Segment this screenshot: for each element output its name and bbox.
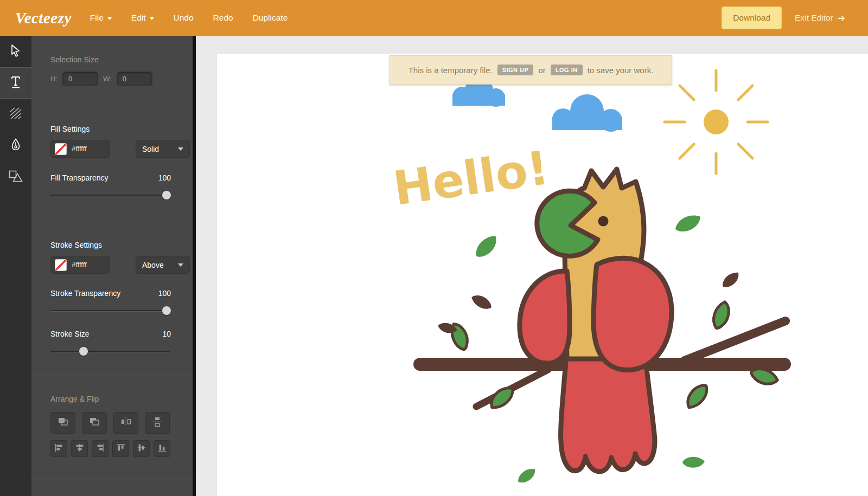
hatch-icon (9, 107, 22, 122)
selection-size-inputs: H: W: (50, 72, 152, 86)
menu-duplicate[interactable]: Duplicate (253, 13, 288, 23)
temp-file-banner: This is a temporary file. SIGN UP or LOG… (390, 55, 672, 85)
caret-down-icon (107, 17, 112, 20)
login-button[interactable]: LOG IN (551, 65, 583, 75)
slider-thumb[interactable] (162, 306, 171, 315)
parrot-tail (561, 355, 655, 472)
workspace: Selection Size H: W: Fill Settings #ffff… (0, 36, 868, 496)
panel-divider (193, 36, 196, 496)
menu-file[interactable]: File (90, 13, 112, 23)
align-bottom-button[interactable] (154, 440, 170, 457)
align-left-icon (54, 443, 64, 455)
stroke-transparency-label: Stroke Transparency (50, 289, 120, 298)
fill-style-dropdown[interactable]: Solid (136, 140, 190, 158)
height-input[interactable] (62, 72, 98, 86)
flip-horizontal-button[interactable] (113, 412, 138, 434)
align-center-horizontal-icon (75, 443, 85, 455)
align-top-button[interactable] (112, 440, 129, 457)
fill-color-picker[interactable]: #ffffff (50, 140, 110, 158)
menu-file-label: File (90, 13, 104, 23)
sun (665, 70, 768, 173)
flip-horizontal-icon (120, 416, 131, 429)
toolstrip (0, 36, 31, 496)
slider-thumb[interactable] (162, 191, 171, 199)
slider-thumb[interactable] (79, 347, 88, 356)
flip-vertical-button[interactable] (145, 412, 170, 434)
width-input[interactable] (117, 72, 152, 86)
exit-editor-label: Exit Editor (795, 13, 833, 23)
align-right-icon (95, 443, 105, 455)
slider-track (50, 195, 170, 196)
download-button[interactable]: Download (722, 7, 782, 29)
vecteezy-logo: Vecteezy (15, 9, 72, 27)
arrow-right-icon: ➜ (838, 12, 845, 24)
divider (31, 220, 193, 220)
fill-transparency-slider[interactable] (50, 191, 170, 199)
parrot-illustration[interactable]: Hello! (217, 54, 868, 496)
menu-duplicate-label: Duplicate (253, 13, 288, 23)
bring-forward-icon (58, 416, 68, 429)
menu-redo[interactable]: Redo (213, 13, 233, 23)
stroke-position-dropdown[interactable]: Above (136, 256, 190, 274)
menu-edit[interactable]: Edit (131, 13, 154, 23)
text-icon (10, 75, 22, 91)
align-center-horizontal-button[interactable] (71, 440, 88, 457)
stroke-settings-title: Stroke Settings (50, 241, 102, 249)
fill-transparency-label: Fill Transparency (50, 173, 108, 182)
parrot-left-wing (520, 271, 570, 363)
drawing-canvas[interactable]: This is a temporary file. SIGN UP or LOG… (217, 54, 868, 496)
width-label: W: (103, 75, 112, 83)
menu-edit-label: Edit (131, 13, 146, 23)
caret-down-icon (178, 147, 183, 151)
text-tool-button[interactable] (0, 67, 31, 99)
shapes-tool-button[interactable] (0, 162, 31, 193)
selection-size-title: Selection Size (50, 55, 99, 64)
divider (31, 108, 193, 108)
cursor-icon (10, 44, 21, 59)
stroke-color-hex: #ffffff (72, 261, 87, 269)
canvas-area: This is a temporary file. SIGN UP or LOG… (196, 36, 868, 496)
stroke-color-picker[interactable]: #ffffff (50, 256, 110, 274)
stroke-transparency-slider[interactable] (50, 306, 170, 315)
align-left-button[interactable] (50, 440, 67, 457)
send-backward-button[interactable] (82, 412, 107, 434)
main-menu: File Edit Undo Redo Duplicate (90, 13, 288, 23)
fill-style-value: Solid (142, 145, 159, 153)
banner-text-prefix: This is a temporary file. (409, 66, 493, 75)
stroke-size-value: 10 (162, 330, 171, 338)
align-middle-button[interactable] (133, 440, 150, 457)
slider-track (50, 310, 170, 312)
shapes-icon (9, 170, 23, 184)
caret-down-icon (150, 17, 154, 20)
exit-editor-button[interactable]: Exit Editor ➜ (795, 12, 845, 24)
arrange-flip-title: Arrange & Flip (50, 395, 99, 403)
fill-settings-title: Fill Settings (50, 125, 90, 133)
send-backward-icon (89, 416, 100, 429)
caret-down-icon (178, 263, 183, 267)
properties-panel: Selection Size H: W: Fill Settings #ffff… (31, 36, 193, 496)
topbar: Vecteezy File Edit Undo Redo Duplicate D… (0, 0, 868, 36)
align-bottom-icon (157, 443, 167, 455)
align-middle-icon (137, 443, 146, 455)
fill-transparency-value: 100 (158, 173, 171, 182)
pattern-tool-button[interactable] (0, 99, 31, 130)
bring-forward-button[interactable] (50, 412, 75, 434)
align-right-button[interactable] (92, 440, 108, 457)
signup-button[interactable]: SIGN UP (497, 65, 534, 75)
menu-undo-label: Undo (174, 13, 194, 23)
parrot-right-wing (593, 258, 672, 370)
stroke-size-slider[interactable] (50, 347, 170, 356)
parrot-eye (598, 216, 609, 227)
parrot (520, 169, 672, 472)
banner-text-suffix: to save your work. (588, 66, 654, 75)
select-tool-button[interactable] (0, 36, 31, 67)
height-label: H: (50, 75, 58, 83)
no-stroke-swatch-icon (55, 259, 67, 271)
hello-text: Hello! (390, 140, 552, 216)
no-fill-swatch-icon (55, 143, 67, 155)
menu-undo[interactable]: Undo (174, 13, 194, 23)
divider (31, 374, 193, 375)
pen-tool-button[interactable] (0, 130, 31, 162)
flip-vertical-icon (152, 416, 163, 429)
divider (31, 478, 193, 479)
